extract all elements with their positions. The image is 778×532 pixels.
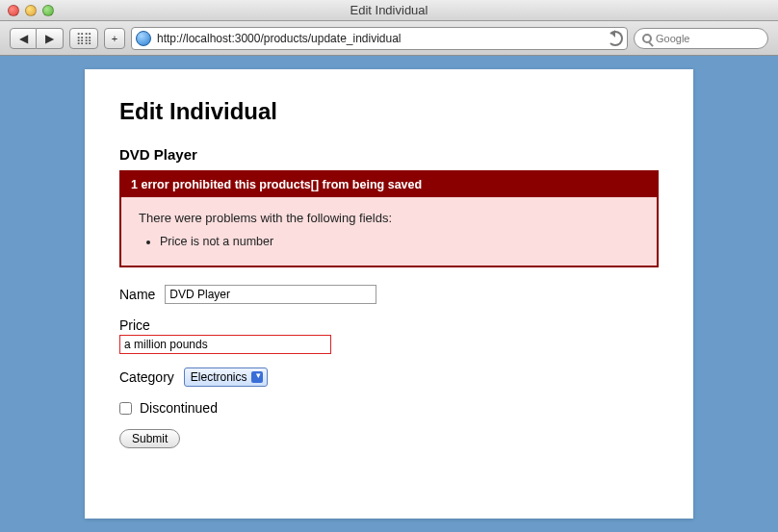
forward-button[interactable]: ▶: [37, 28, 64, 49]
search-icon: [642, 34, 652, 43]
price-label: Price: [119, 317, 150, 333]
error-item: Price is not a number: [160, 235, 639, 248]
error-header: 1 error prohibited this products[] from …: [121, 172, 657, 197]
product-heading: DVD Player: [119, 146, 659, 163]
back-button[interactable]: ◀: [10, 28, 37, 49]
category-label: Category: [119, 369, 174, 385]
minimize-window-button[interactable]: [25, 5, 37, 16]
discontinued-label: Discontinued: [140, 400, 218, 416]
url-bar[interactable]: [131, 27, 628, 50]
reload-icon[interactable]: [608, 31, 623, 46]
browser-viewport: Edit Individual DVD Player 1 error prohi…: [0, 56, 778, 532]
window-title: Edit Individual: [0, 3, 778, 17]
traffic-lights: [0, 5, 54, 16]
page-content: Edit Individual DVD Player 1 error prohi…: [85, 69, 693, 519]
window-titlebar: Edit Individual: [0, 0, 778, 21]
zoom-window-button[interactable]: [42, 5, 54, 16]
price-field[interactable]: [119, 335, 331, 354]
name-row: Name: [119, 285, 659, 304]
search-bar[interactable]: [634, 28, 768, 49]
page-title: Edit Individual: [119, 98, 659, 125]
submit-button[interactable]: Submit: [119, 429, 180, 448]
category-row: Category Electronics: [119, 367, 659, 387]
price-row: Price: [119, 317, 659, 354]
browser-toolbar: ◀ ▶ ⣿⣿ +: [0, 21, 778, 56]
discontinued-row: Discontinued: [119, 400, 659, 416]
discontinued-checkbox[interactable]: [119, 402, 132, 415]
category-select[interactable]: Electronics: [184, 367, 268, 387]
nav-buttons: ◀ ▶: [10, 28, 64, 49]
submit-row: Submit: [119, 429, 659, 448]
url-input[interactable]: [157, 32, 602, 45]
name-label: Name: [119, 287, 155, 302]
close-window-button[interactable]: [8, 5, 19, 16]
error-intro: There were problems with the following f…: [139, 211, 639, 225]
reader-button[interactable]: ⣿⣿: [69, 28, 98, 49]
error-explanation: 1 error prohibited this products[] from …: [119, 170, 659, 267]
error-list: Price is not a number: [160, 235, 639, 248]
error-body: There were problems with the following f…: [121, 197, 657, 266]
site-favicon-icon: [136, 31, 151, 46]
search-input[interactable]: [656, 33, 760, 44]
add-bookmark-button[interactable]: +: [104, 28, 125, 49]
name-field[interactable]: [165, 285, 376, 304]
